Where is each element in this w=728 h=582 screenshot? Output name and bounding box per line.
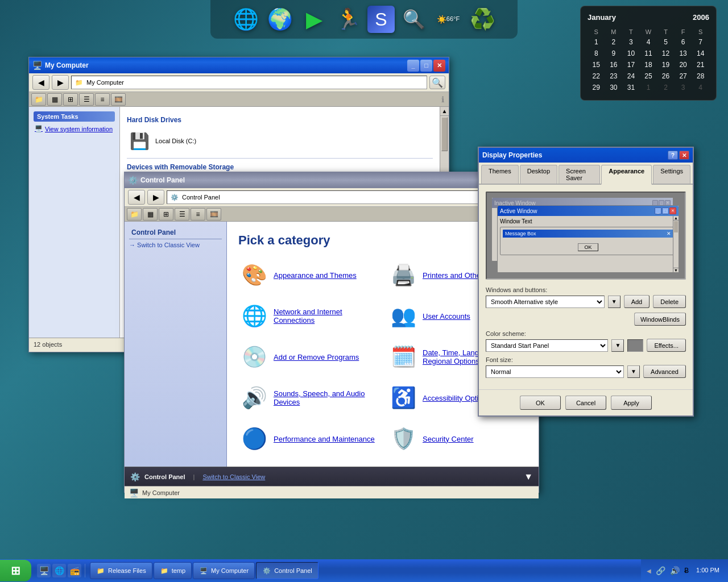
cal-day[interactable]: 22 [588,70,605,82]
tray-volume-icon[interactable]: 🔊 [669,565,681,576]
cat-add-remove-programs[interactable]: 💿 Add or Remove Programs [238,341,378,373]
list-view-icon[interactable]: ☰ [79,93,94,106]
advanced-button[interactable]: Advanced [643,365,686,378]
cal-day[interactable]: 17 [622,59,640,70]
cal-day[interactable]: 4 [640,36,657,48]
cp-folder-view-icon[interactable]: 📁 [127,208,142,221]
taskbar-my-computer[interactable]: 🖥️ My Computer [193,562,255,579]
back-button[interactable]: ◀ [32,75,49,90]
color-scheme-dropdown[interactable]: ▼ [611,339,624,352]
cal-day[interactable]: 24 [622,70,640,82]
cal-day[interactable]: 11 [640,48,657,59]
cal-day[interactable]: 18 [640,59,657,70]
delete-button[interactable]: Delete [653,295,686,308]
cp-icons-view-icon[interactable]: ⊞ [159,208,173,221]
tab-settings[interactable]: Settings [653,165,690,184]
cal-day[interactable]: 31 [622,82,640,93]
cp-details-view-icon[interactable]: ≡ [191,208,205,221]
switch-classic-view-link[interactable]: → Switch to Classic View [129,242,222,248]
effects-button[interactable]: Effects... [647,339,686,352]
cal-day[interactable]: 13 [675,48,692,59]
tab-screen-saver[interactable]: Screen Saver [559,165,600,184]
color-scheme-select[interactable]: Standard Start Panel [486,339,608,352]
cal-day[interactable]: 10 [622,48,640,59]
cat-performance[interactable]: 🔵 Performance and Maintenance [238,423,378,455]
taskbar-control-panel[interactable]: ⚙️ Control Panel [256,562,318,579]
close-button[interactable]: ✕ [433,60,445,72]
add-button[interactable]: Add [624,295,650,308]
tiles-view-icon[interactable]: ▦ [47,93,62,106]
cal-day[interactable]: 1 [588,36,605,48]
system-clock[interactable]: 1:00 PM [692,566,723,575]
person-run-icon[interactable]: 🏃 [333,5,363,34]
cp-list-view-icon[interactable]: ☰ [175,208,189,221]
cat-security[interactable]: 🛡️ Security Center [387,423,527,455]
color-swatch[interactable] [627,339,643,352]
windows-buttons-dropdown[interactable]: ▼ [608,296,621,308]
cal-day[interactable]: 12 [657,48,675,59]
cal-day[interactable]: 23 [605,70,623,82]
maximize-button[interactable]: □ [420,60,432,72]
scroll-up-btn[interactable]: ▲ [440,107,449,116]
taskbar-temp[interactable]: 📁 temp [154,562,192,579]
tray-network-icon[interactable]: 🔗 [655,565,667,576]
cal-day[interactable]: 29 [588,82,605,93]
filmstrip-icon[interactable]: 🎞️ [111,93,126,106]
cal-day[interactable]: 19 [657,59,675,70]
drive-c[interactable]: 💾 Local Disk (C:) [127,128,433,153]
cal-day-other[interactable]: 4 [692,82,709,93]
cp-address-bar[interactable]: ⚙️ Control Panel [167,190,517,204]
globe-icon[interactable]: 🌐 [231,5,260,34]
tray-bluetooth-icon[interactable]: Ƀ [683,566,690,576]
tray-arrow[interactable]: ◀ [646,567,652,575]
address-bar[interactable]: 📁 My Computer [71,76,427,89]
start-button[interactable]: ⊞ [0,560,31,581]
cal-day[interactable]: 21 [692,59,709,70]
icons-view-icon[interactable]: ⊞ [63,93,78,106]
ql-show-desktop[interactable]: 🖥️ [37,564,51,577]
cal-day[interactable]: 28 [692,70,709,82]
cal-day-other[interactable]: 1 [640,82,657,93]
ie-icon[interactable]: 🌍 [265,5,295,34]
cp-footer-expand[interactable]: ▼ [524,472,533,482]
cp-filmstrip-icon[interactable]: 🎞️ [206,208,221,221]
cat-sounds-audio[interactable]: 🔊 Sounds, Speech, and Audio Devices [238,382,378,414]
font-size-dropdown[interactable]: ▼ [627,365,640,378]
cal-day[interactable]: 8 [588,48,605,59]
cp-tiles-view-icon[interactable]: ▦ [143,208,158,221]
windowblinds-button[interactable]: WindowBlinds [634,313,686,326]
font-size-select[interactable]: Normal [486,365,624,378]
cp-forward-button[interactable]: ▶ [147,190,164,205]
cal-day[interactable]: 9 [605,48,623,59]
cal-day[interactable]: 5 [657,36,675,48]
cal-day[interactable]: 15 [588,59,605,70]
cal-day[interactable]: 2 [605,36,623,48]
weather-icon[interactable]: ☀️66°F [433,5,463,34]
tab-desktop[interactable]: Desktop [520,165,557,184]
media-player-icon[interactable]: ▶ [299,5,329,34]
cp-switch-view-footer[interactable]: Switch to Classic View [202,473,265,480]
cal-day cal-today[interactable]: 14 [692,48,709,59]
tab-themes[interactable]: Themes [481,165,519,184]
view-system-info-link[interactable]: 🖥️ View system information [34,124,115,134]
recycle-bin-icon[interactable]: ♻️ [468,5,497,34]
tab-appearance[interactable]: Appearance [601,165,652,185]
cal-day[interactable]: 16 [605,59,623,70]
folder-view-icon[interactable]: 📁 [31,93,46,106]
dp-close-button[interactable]: ✕ [679,151,689,160]
cal-day-other[interactable]: 2 [657,82,675,93]
dp-ok-button[interactable]: OK [520,396,561,410]
taskbar-release-files[interactable]: 📁 Release Files [90,562,152,579]
minimize-button[interactable]: _ [407,60,419,72]
cal-day[interactable]: 3 [622,36,640,48]
forward-button[interactable]: ▶ [52,75,69,90]
ql-ie[interactable]: 🌐 [52,564,66,577]
cal-day[interactable]: 20 [675,59,692,70]
cat-appearance-themes[interactable]: 🎨 Appearance and Themes [238,259,378,291]
cal-day[interactable]: 26 [657,70,675,82]
cal-day[interactable]: 30 [605,82,623,93]
preview-ok-button[interactable]: OK [578,243,598,251]
cp-back-button[interactable]: ◀ [128,190,145,205]
cat-network-internet[interactable]: 🌐 Network and Internet Connections [238,300,378,332]
details-view-icon[interactable]: ≡ [95,93,110,106]
